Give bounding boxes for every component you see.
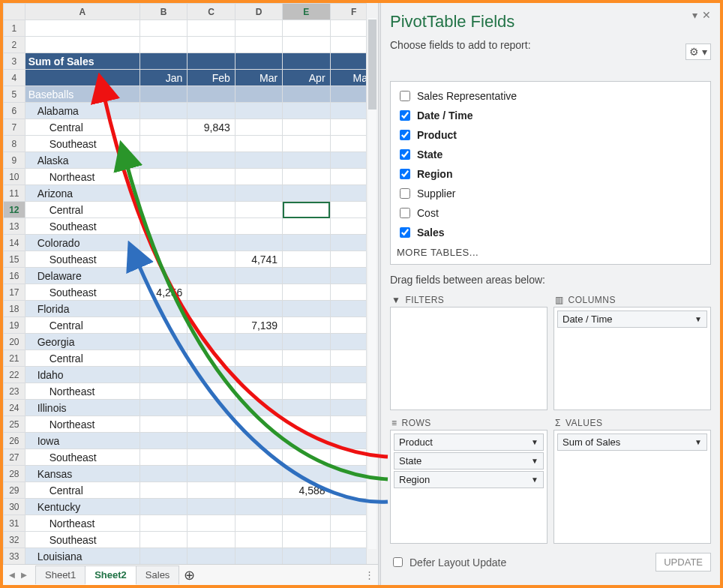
cell[interactable] bbox=[188, 334, 235, 350]
row-header-28[interactable]: 28 bbox=[4, 466, 26, 482]
rows-area[interactable]: ≡ROWS Product▼State▼Region▼ bbox=[390, 416, 548, 544]
pivot-row-lvl3[interactable]: Southeast bbox=[25, 532, 140, 548]
value-cell[interactable] bbox=[140, 136, 188, 152]
month-header[interactable]: Jan bbox=[140, 70, 188, 86]
row-header-6[interactable]: 6 bbox=[4, 103, 26, 119]
area-field-pill[interactable]: Sum of Sales▼ bbox=[557, 434, 707, 451]
value-cell[interactable] bbox=[188, 350, 235, 367]
row-header-3[interactable]: 3 bbox=[4, 53, 26, 70]
field-checkbox[interactable] bbox=[400, 130, 410, 140]
cell[interactable] bbox=[283, 433, 330, 449]
tab-nav-prev-icon[interactable]: ◄ bbox=[6, 569, 18, 580]
value-cell[interactable] bbox=[283, 515, 330, 532]
cell[interactable] bbox=[140, 301, 188, 317]
pivot-row-lvl3[interactable]: Southeast bbox=[25, 251, 140, 268]
cell[interactable] bbox=[283, 334, 330, 350]
pivot-row-lvl2[interactable]: Illinois bbox=[25, 400, 140, 416]
field-checkbox[interactable] bbox=[400, 149, 410, 160]
cell[interactable] bbox=[140, 268, 188, 284]
cell[interactable] bbox=[140, 152, 188, 169]
pivot-row-lvl3[interactable]: Southeast bbox=[25, 136, 140, 152]
select-all-corner[interactable] bbox=[4, 4, 26, 20]
row-header-15[interactable]: 15 bbox=[4, 251, 26, 268]
cell[interactable] bbox=[188, 301, 235, 317]
value-cell[interactable] bbox=[188, 284, 235, 301]
field-checkbox[interactable] bbox=[400, 169, 410, 179]
row-header-7[interactable]: 7 bbox=[4, 119, 26, 136]
value-cell[interactable] bbox=[188, 202, 235, 218]
cell[interactable] bbox=[235, 103, 282, 119]
cell[interactable] bbox=[188, 235, 235, 251]
cell[interactable] bbox=[235, 185, 282, 202]
value-cell[interactable] bbox=[188, 515, 235, 532]
value-cell[interactable] bbox=[283, 202, 330, 218]
value-cell[interactable] bbox=[140, 383, 188, 400]
value-cell[interactable] bbox=[283, 218, 330, 235]
cell[interactable] bbox=[140, 103, 188, 119]
field-checkbox[interactable] bbox=[400, 208, 410, 218]
cell[interactable] bbox=[283, 400, 330, 416]
pivot-row-lvl2[interactable]: Colorado bbox=[25, 235, 140, 251]
chevron-down-icon[interactable]: ▼ bbox=[531, 476, 538, 484]
row-header-22[interactable]: 22 bbox=[4, 367, 26, 383]
cell[interactable] bbox=[188, 466, 235, 482]
row-header-8[interactable]: 8 bbox=[4, 136, 26, 152]
chevron-down-icon[interactable]: ▼ bbox=[694, 315, 702, 323]
cell[interactable] bbox=[235, 433, 282, 449]
row-header-13[interactable]: 13 bbox=[4, 218, 26, 235]
cell[interactable] bbox=[235, 235, 282, 251]
value-cell[interactable] bbox=[140, 119, 188, 136]
value-cell[interactable] bbox=[283, 532, 330, 548]
value-cell[interactable]: 7,139 bbox=[235, 317, 282, 334]
value-cell[interactable] bbox=[235, 202, 282, 218]
cell[interactable] bbox=[283, 466, 330, 482]
pivot-row-lvl3[interactable]: Central bbox=[25, 350, 140, 367]
value-cell[interactable]: 9,843 bbox=[188, 119, 235, 136]
cell[interactable] bbox=[235, 53, 282, 70]
update-button[interactable]: UPDATE bbox=[656, 553, 711, 572]
pivot-row-lvl2[interactable]: Florida bbox=[25, 301, 140, 317]
cell[interactable] bbox=[283, 367, 330, 383]
field-item[interactable]: Supplier bbox=[395, 184, 706, 203]
row-header-31[interactable]: 31 bbox=[4, 515, 26, 532]
cell[interactable] bbox=[140, 433, 188, 449]
field-item[interactable]: Product bbox=[395, 125, 706, 145]
field-checkbox[interactable] bbox=[400, 188, 410, 199]
tab-options-icon[interactable]: ⋮ bbox=[363, 569, 375, 580]
value-cell[interactable] bbox=[235, 416, 282, 433]
pivot-row-lvl3[interactable]: Northeast bbox=[25, 515, 140, 532]
sheet-tab-sheet1[interactable]: Sheet1 bbox=[35, 566, 86, 584]
cell[interactable] bbox=[283, 37, 330, 53]
cell[interactable] bbox=[140, 499, 188, 515]
value-cell[interactable]: 4,256 bbox=[140, 284, 188, 301]
cell[interactable] bbox=[235, 334, 282, 350]
cell[interactable] bbox=[283, 152, 330, 169]
cell[interactable] bbox=[283, 499, 330, 515]
row-header-12[interactable]: 12 bbox=[4, 202, 26, 218]
field-item[interactable]: Region bbox=[395, 164, 706, 184]
row-header-29[interactable]: 29 bbox=[4, 482, 26, 499]
value-cell[interactable] bbox=[140, 515, 188, 532]
row-header-19[interactable]: 19 bbox=[4, 317, 26, 334]
cell[interactable] bbox=[283, 235, 330, 251]
value-cell[interactable] bbox=[283, 383, 330, 400]
cell[interactable] bbox=[188, 400, 235, 416]
row-header-26[interactable]: 26 bbox=[4, 433, 26, 449]
cell[interactable] bbox=[235, 548, 282, 565]
value-cell[interactable] bbox=[188, 482, 235, 499]
row-header-18[interactable]: 18 bbox=[4, 301, 26, 317]
value-cell[interactable] bbox=[188, 416, 235, 433]
cell[interactable] bbox=[283, 548, 330, 565]
row-header-1[interactable]: 1 bbox=[4, 20, 26, 37]
pivot-row-lvl3[interactable]: Southeast bbox=[25, 218, 140, 235]
value-cell[interactable] bbox=[283, 449, 330, 466]
value-cell[interactable] bbox=[140, 218, 188, 235]
cell[interactable] bbox=[235, 466, 282, 482]
cell[interactable] bbox=[25, 20, 140, 37]
value-cell[interactable] bbox=[188, 136, 235, 152]
pivot-row-lvl2[interactable]: Arizona bbox=[25, 185, 140, 202]
value-cell[interactable] bbox=[188, 169, 235, 185]
cell[interactable] bbox=[188, 37, 235, 53]
pivot-row-lvl2[interactable]: Alabama bbox=[25, 103, 140, 119]
cell[interactable] bbox=[188, 86, 235, 103]
